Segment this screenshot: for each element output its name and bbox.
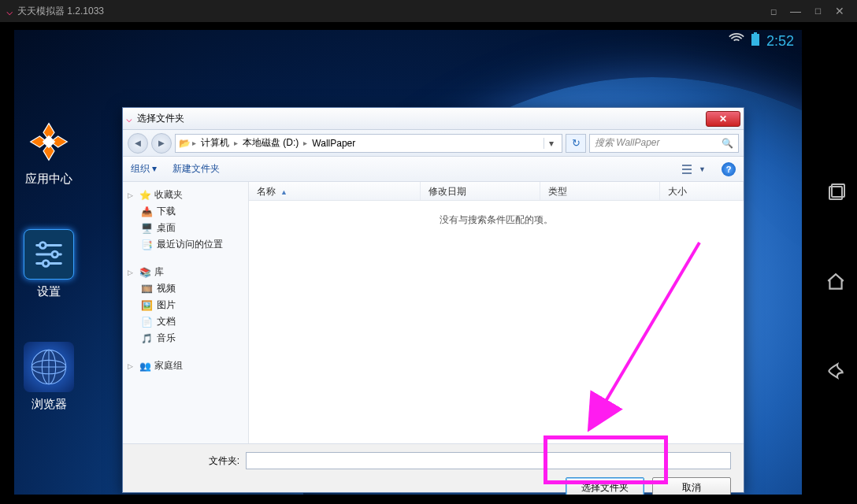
new-folder-button[interactable]: 新建文件夹 [173,162,220,176]
dialog-toolbar: 组织 ▾ 新建文件夹 ▼ ? [123,157,744,182]
browser-label: 浏览器 [32,397,67,412]
dialog-main: ▷⭐收藏夹 📥下载 🖥️桌面 📑最近访问的位置 ▷📚库 🎞️视频 🖼️图片 📄文… [123,182,744,443]
emulator-logo-icon: ⌵ [6,5,13,17]
select-folder-button[interactable]: 选择文件夹 [566,477,644,495]
cancel-button[interactable]: 取消 [652,477,731,495]
col-date[interactable]: 修改日期 [421,182,540,200]
file-list[interactable]: 名称▲ 修改日期 类型 大小 没有与搜索条件匹配的项。 [249,182,744,443]
wifi-icon [729,33,744,50]
col-type[interactable]: 类型 [540,182,660,200]
svg-rect-4 [43,135,55,148]
emulator-close-button[interactable]: ✕ [829,5,851,17]
home-button[interactable] [823,269,848,295]
search-placeholder: 搜索 WallPaper [595,136,659,150]
nav-back-button[interactable]: ◄ [128,133,148,154]
app-browser[interactable]: 浏览器 [24,342,74,412]
svg-rect-3 [754,32,757,34]
svg-rect-2 [751,34,759,46]
emulator-body: 2:52 应用中心 设置 浏览器 ○ [0,22,857,504]
settings-label: 设置 [37,284,61,299]
refresh-button[interactable]: ↻ [566,134,586,153]
sidebar-downloads[interactable]: 📥下载 [126,203,245,220]
svg-point-10 [43,261,49,267]
sidebar-homegroup[interactable]: ▷👥家庭组 [126,358,245,374]
browser-icon [24,342,74,392]
emulator-title: 天天模拟器 1.2.1033 [17,5,104,18]
breadcrumb-dropdown[interactable]: ▾ [544,138,558,149]
view-mode-button[interactable]: ▼ [681,164,706,175]
app-center-icon [24,117,74,167]
app-settings[interactable]: 设置 [24,229,74,299]
android-dock: 应用中心 设置 浏览器 [24,117,74,412]
search-icon: 🔍 [722,138,733,149]
clock-text: 2:52 [766,33,794,50]
folder-picker-dialog: ⌵ 选择文件夹 ✕ ◄ ► 📂 ▸ 计算机 ▸ 本地磁盘 (D:) ▸ Wall… [122,107,744,493]
android-status-bar: 2:52 [14,30,802,52]
android-navbar [814,30,857,495]
sidebar-music[interactable]: 🎵音乐 [126,330,245,346]
emulator-maximize-button[interactable]: ☐ [807,7,829,16]
dialog-titlebar: ⌵ 选择文件夹 ✕ [123,108,744,130]
col-name[interactable]: 名称▲ [249,182,421,200]
emulator-compact-button[interactable]: ◻ [762,7,785,16]
empty-message: 没有与搜索条件匹配的项。 [249,213,744,227]
dialog-nav-row: ◄ ► 📂 ▸ 计算机 ▸ 本地磁盘 (D:) ▸ WallPaper ▾ ↻ … [123,130,744,157]
app-center-label: 应用中心 [25,172,72,187]
recent-apps-button[interactable] [823,180,848,206]
sidebar-video[interactable]: 🎞️视频 [126,280,245,297]
app-center[interactable]: 应用中心 [24,117,74,187]
bc-computer[interactable]: 计算机 [198,136,232,150]
col-size[interactable]: 大小 [660,182,744,200]
emulator-titlebar: ⌵ 天天模拟器 1.2.1033 ◻ — ☐ ✕ [0,0,857,22]
sidebar-favorites[interactable]: ▷⭐收藏夹 [126,187,245,203]
search-input[interactable]: 搜索 WallPaper 🔍 [589,134,739,153]
settings-icon [24,229,74,280]
sidebar-libraries[interactable]: ▷📚库 [126,264,245,280]
dialog-title: 选择文件夹 [137,112,184,125]
dialog-close-button[interactable]: ✕ [706,111,740,127]
battery-icon [751,32,760,50]
sidebar-pictures[interactable]: 🖼️图片 [126,297,245,313]
bc-drive-d[interactable]: 本地磁盘 (D:) [239,136,302,150]
dialog-bottom: 文件夹: 选择文件夹 取消 [123,443,744,492]
nav-forward-button[interactable]: ► [151,133,172,154]
bc-wallpaper[interactable]: WallPaper [309,138,358,149]
sidebar-recent[interactable]: 📑最近访问的位置 [126,236,245,253]
folder-icon: 📂 [179,138,191,149]
file-list-columns: 名称▲ 修改日期 类型 大小 [249,182,744,201]
dialog-app-icon: ⌵ [126,113,132,124]
sidebar-desktop[interactable]: 🖥️桌面 [126,220,245,236]
folder-input[interactable] [246,452,731,469]
breadcrumb[interactable]: 📂 ▸ 计算机 ▸ 本地磁盘 (D:) ▸ WallPaper ▾ [175,134,562,153]
organize-button[interactable]: 组织 ▾ [131,162,157,176]
emulator-minimize-button[interactable]: — [785,5,807,17]
back-button[interactable] [823,358,848,384]
svg-point-9 [52,251,58,258]
folder-label: 文件夹: [135,454,239,468]
android-screen: 2:52 应用中心 设置 浏览器 ○ [14,30,802,495]
help-button[interactable]: ? [722,162,736,176]
sidebar: ▷⭐收藏夹 📥下载 🖥️桌面 📑最近访问的位置 ▷📚库 🎞️视频 🖼️图片 📄文… [123,182,249,443]
sidebar-documents[interactable]: 📄文档 [126,313,245,330]
svg-point-8 [40,243,46,249]
